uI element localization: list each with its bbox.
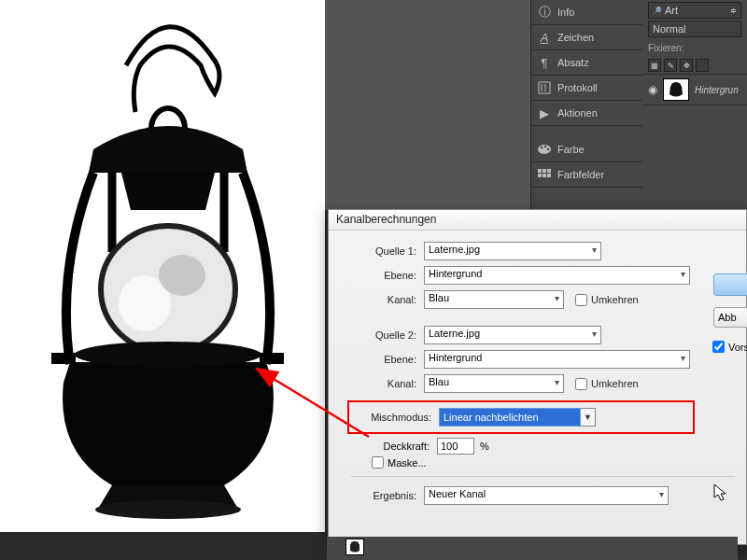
source2-channel-select[interactable]: Blau: [424, 374, 564, 393]
svg-rect-7: [260, 353, 284, 364]
svg-rect-20: [543, 174, 546, 177]
layer-thumbnail[interactable]: [663, 78, 689, 101]
panel-tab-aktionen[interactable]: ▶ Aktionen: [531, 101, 642, 126]
source1-invert-checkbox[interactable]: Umkehren: [575, 294, 641, 306]
color-icon: [537, 142, 552, 157]
opacity-label: Deckkraft:: [351, 441, 430, 452]
document-canvas[interactable]: [0, 0, 325, 532]
svg-rect-9: [539, 82, 550, 93]
source1-file-select[interactable]: Laterne.jpg: [424, 242, 601, 260]
panel-tab-absatz[interactable]: ¶ Absatz: [531, 50, 642, 76]
source2-kanal-label: Kanal:: [351, 378, 416, 389]
layers-panel: 🔎 Art ≑ Normal Fixieren: ▦ ✎ ✥ ◉ Hinterg…: [642, 0, 747, 210]
svg-rect-16: [538, 169, 542, 173]
info-icon: ⓘ: [537, 5, 552, 20]
svg-rect-17: [543, 169, 546, 173]
mask-checkbox[interactable]: Maske...: [372, 456, 450, 469]
panel-label: Protokoll: [557, 82, 598, 93]
panel-tabs: ⓘ Info A Zeichen ¶ Absatz Protokoll ▶ Ak…: [530, 0, 642, 210]
source1-label: Quelle 1:: [351, 245, 416, 257]
preview-checkbox[interactable]: Vors: [712, 341, 747, 353]
blend-mode-arrow[interactable]: ▼: [581, 408, 596, 427]
svg-point-8: [95, 500, 241, 519]
source2-layer-select[interactable]: Hintergrund: [424, 350, 690, 369]
panel-label: Info: [557, 7, 574, 18]
source2-label: Quelle 2:: [351, 329, 416, 341]
result-select[interactable]: Neuer Kanal: [424, 486, 669, 505]
swatches-icon: [537, 167, 552, 182]
svg-point-3: [159, 255, 205, 296]
panel-tab-farbfelder[interactable]: Farbfelder: [531, 162, 642, 188]
search-icon: 🔎: [653, 7, 662, 15]
opacity-input[interactable]: [437, 438, 474, 455]
channel-thumbnail[interactable]: [345, 539, 364, 555]
panel-label: Aktionen: [557, 107, 598, 119]
paragraph-icon: ¶: [537, 55, 552, 70]
lock-move-icon[interactable]: ✥: [680, 59, 693, 72]
svg-rect-21: [547, 174, 551, 177]
blend-mode-dropdown[interactable]: Normal: [648, 21, 741, 37]
layers-filter-type[interactable]: 🔎 Art ≑: [648, 2, 741, 19]
percent-label: %: [480, 441, 489, 452]
character-icon: A: [537, 30, 552, 45]
svg-rect-18: [547, 169, 551, 173]
source1-layer-select[interactable]: Hintergrund: [424, 266, 690, 285]
panel-label: Farbe: [557, 144, 585, 155]
panel-label: Farbfelder: [557, 169, 604, 180]
bottom-panel-strip: [327, 537, 738, 560]
source2-ebene-label: Ebene:: [351, 354, 416, 365]
blend-mode-highlight: Mischmodus: Linear nachbelichten ▼: [347, 400, 695, 434]
lock-label: Fixieren:: [642, 39, 747, 57]
layer-row-background[interactable]: ◉ Hintergrun: [642, 74, 747, 105]
lock-all-icon[interactable]: [696, 59, 709, 72]
source1-ebene-label: Ebene:: [351, 270, 416, 281]
result-label: Ergebnis:: [351, 490, 416, 501]
blend-mode-label: Mischmodus:: [353, 412, 431, 423]
visibility-icon[interactable]: ◉: [648, 83, 657, 96]
source2-file-select[interactable]: Laterne.jpg: [424, 326, 601, 344]
lock-buttons: ▦ ✎ ✥: [642, 57, 747, 74]
layer-name: Hintergrun: [695, 85, 739, 95]
panel-tab-zeichen[interactable]: A Zeichen: [531, 25, 642, 50]
svg-point-14: [544, 146, 547, 148]
cancel-button[interactable]: Abb: [713, 307, 747, 328]
mouse-cursor-icon: [713, 483, 728, 506]
svg-rect-6: [51, 353, 76, 364]
lock-brush-icon[interactable]: ✎: [664, 59, 677, 72]
panel-tab-info[interactable]: ⓘ Info: [531, 0, 642, 25]
history-icon: [537, 80, 552, 95]
panel-label: Absatz: [557, 57, 589, 68]
source1-kanal-label: Kanal:: [351, 294, 416, 305]
panel-label: Zeichen: [557, 32, 594, 43]
dialog-title: Kanalberechnungen: [329, 210, 746, 231]
source2-invert-checkbox[interactable]: Umkehren: [575, 378, 641, 390]
lantern-image: [19, 9, 308, 527]
actions-icon: ▶: [537, 105, 552, 120]
ok-button[interactable]: [713, 273, 747, 296]
lock-pixels-icon[interactable]: ▦: [648, 59, 661, 72]
panel-tab-protokoll[interactable]: Protokoll: [531, 76, 642, 101]
source1-channel-select[interactable]: Blau: [424, 290, 564, 309]
calculations-dialog: Kanalberechnungen Quelle 1: Laterne.jpg …: [328, 209, 747, 545]
svg-point-15: [547, 148, 550, 151]
svg-point-5: [75, 342, 261, 368]
canvas-pasteboard: [325, 0, 530, 210]
svg-point-13: [541, 147, 543, 149]
svg-rect-19: [538, 174, 542, 177]
blend-mode-select[interactable]: Linear nachbelichten: [439, 408, 581, 427]
panel-tab-farbe[interactable]: Farbe: [531, 137, 642, 162]
